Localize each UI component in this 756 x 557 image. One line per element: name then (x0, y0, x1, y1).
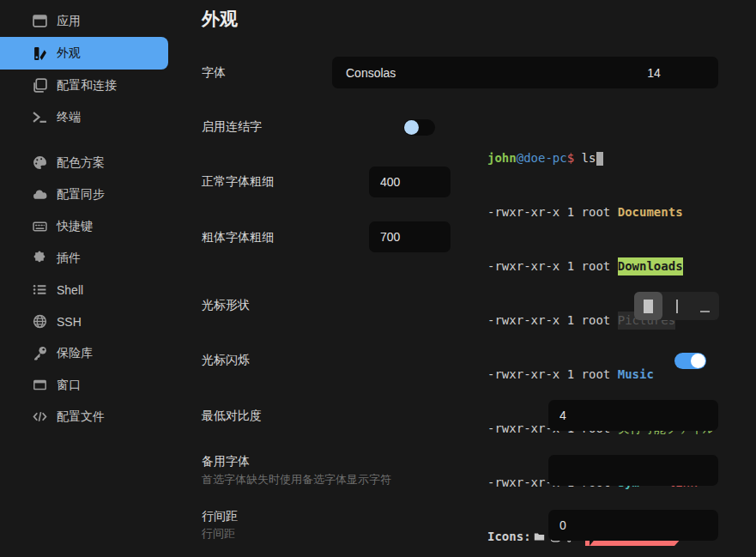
terminal-preview: john@doe-pc$ ls -rwxr-xr-x 1 root Docume… (487, 113, 715, 557)
bold-weight-label: 粗体字体粗细 (202, 230, 274, 245)
ls-entry: Downloads (618, 257, 683, 275)
normal-weight-label: 正常字体粗细 (202, 174, 274, 190)
block-cursor-icon (644, 300, 653, 313)
beam-cursor-icon (676, 300, 678, 313)
icons-label: Icons: (487, 528, 531, 546)
ls-prefix: -rwxr-xr-x 1 root (487, 257, 618, 275)
underline-cursor-icon (700, 311, 710, 312)
prompt-host: @doe-pc (517, 149, 567, 167)
ls-entry: Documents (618, 203, 683, 221)
fallback-font-input[interactable] (548, 455, 718, 486)
cursor-blink-label: 光标闪烁 (202, 353, 250, 368)
page-title: 外观 (202, 7, 238, 31)
cursor-shape-control (634, 292, 719, 320)
normal-weight-input[interactable] (369, 166, 451, 197)
line-padding-hint: 行间距 (202, 526, 235, 542)
cursor-shape-label: 光标形状 (202, 298, 250, 313)
cursor-shape-underline-button[interactable] (691, 292, 719, 320)
fallback-font-hint: 首选字体缺失时使用备选字体显示字符 (202, 472, 391, 487)
font-family-input[interactable] (332, 57, 590, 88)
line-padding-label: 行间距 (202, 509, 238, 524)
toggle-knob (404, 120, 419, 135)
prompt-user: john (487, 149, 517, 167)
fallback-font-label: 备用字体 (202, 454, 250, 469)
font-label: 字体 (202, 65, 226, 81)
appearance-settings-pane: 外观 字体 启用连结字 john@doe-pc$ ls -rwxr-xr-x 1… (0, 0, 756, 557)
prompt-symbol: $ (567, 149, 574, 167)
ls-line: -rwxr-xr-x 1 root Documents (487, 203, 715, 221)
prompt-command: ls (574, 149, 596, 167)
cursor-shape-beam-button[interactable] (662, 292, 691, 320)
ls-line: -rwxr-xr-x 1 root Downloads (487, 257, 715, 275)
cursor-shape-block-button[interactable] (634, 292, 662, 320)
terminal-cursor (596, 152, 603, 166)
ls-prefix: -rwxr-xr-x 1 root (487, 203, 618, 221)
font-size-input[interactable] (590, 57, 718, 88)
ligatures-label: 启用连结字 (202, 119, 262, 135)
min-contrast-input[interactable] (548, 400, 718, 431)
ls-prefix: -rwxr-xr-x 1 root (487, 312, 618, 330)
ls-entry: Music (618, 366, 654, 384)
font-input-group (332, 57, 718, 88)
cursor-blink-toggle[interactable] (674, 353, 706, 369)
line-padding-input[interactable] (548, 510, 718, 541)
folder-icon (534, 531, 545, 542)
toggle-knob (691, 354, 705, 368)
ls-prefix: -rwxr-xr-x 1 root (487, 366, 618, 384)
ligatures-toggle[interactable] (403, 119, 435, 136)
terminal-prompt-line: john@doe-pc$ ls (487, 149, 715, 167)
min-contrast-label: 最低对比度 (202, 409, 262, 424)
bold-weight-input[interactable] (369, 221, 451, 252)
